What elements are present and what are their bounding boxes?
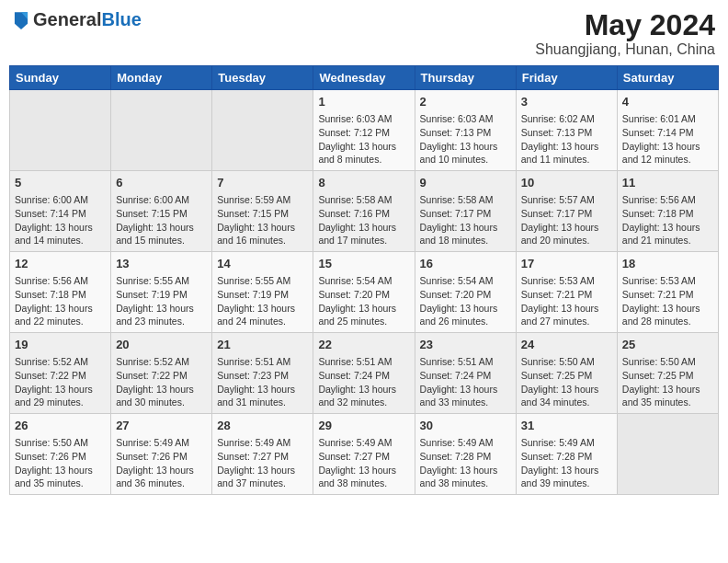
calendar-cell: 1Sunrise: 6:03 AMSunset: 7:12 PMDaylight… bbox=[313, 90, 415, 171]
sunrise-info: Sunrise: 5:54 AM bbox=[420, 274, 511, 288]
day-number: 4 bbox=[622, 94, 713, 110]
daylight-info: Daylight: 13 hours and 28 minutes. bbox=[622, 302, 713, 328]
sunrise-info: Sunrise: 6:02 AM bbox=[521, 112, 612, 126]
sunset-info: Sunset: 7:14 PM bbox=[15, 207, 106, 221]
sunset-info: Sunset: 7:17 PM bbox=[521, 207, 612, 221]
sunrise-info: Sunrise: 6:00 AM bbox=[15, 193, 106, 207]
calendar-cell bbox=[10, 90, 111, 171]
sunrise-info: Sunrise: 5:54 AM bbox=[318, 274, 409, 288]
daylight-info: Daylight: 13 hours and 16 minutes. bbox=[217, 221, 308, 247]
sunrise-info: Sunrise: 5:49 AM bbox=[318, 436, 409, 450]
day-number: 12 bbox=[15, 256, 106, 272]
calendar-cell: 18Sunrise: 5:53 AMSunset: 7:21 PMDayligh… bbox=[617, 252, 718, 333]
calendar-cell: 15Sunrise: 5:54 AMSunset: 7:20 PMDayligh… bbox=[313, 252, 415, 333]
day-number: 29 bbox=[318, 418, 409, 434]
calendar-cell bbox=[111, 90, 212, 171]
sunrise-info: Sunrise: 5:57 AM bbox=[521, 193, 612, 207]
title-block: May 2024 Shuangjiang, Hunan, China bbox=[535, 9, 715, 58]
daylight-info: Daylight: 13 hours and 27 minutes. bbox=[521, 302, 612, 328]
day-number: 16 bbox=[420, 256, 511, 272]
logo: GeneralBlue bbox=[13, 9, 142, 29]
sunset-info: Sunset: 7:25 PM bbox=[622, 369, 713, 383]
sunrise-info: Sunrise: 5:50 AM bbox=[622, 355, 713, 369]
daylight-info: Daylight: 13 hours and 20 minutes. bbox=[521, 221, 612, 247]
day-number: 17 bbox=[521, 256, 612, 272]
week-row-2: 5Sunrise: 6:00 AMSunset: 7:14 PMDaylight… bbox=[10, 171, 719, 252]
day-number: 14 bbox=[217, 256, 308, 272]
sunset-info: Sunset: 7:19 PM bbox=[116, 288, 207, 302]
day-number: 20 bbox=[116, 337, 207, 353]
day-number: 5 bbox=[15, 175, 106, 191]
daylight-info: Daylight: 13 hours and 25 minutes. bbox=[318, 302, 409, 328]
calendar-cell: 5Sunrise: 6:00 AMSunset: 7:14 PMDaylight… bbox=[10, 171, 111, 252]
weekday-header-wednesday: Wednesday bbox=[313, 66, 415, 90]
day-number: 1 bbox=[318, 94, 409, 110]
weekday-header-sunday: Sunday bbox=[10, 66, 111, 90]
sunrise-info: Sunrise: 5:53 AM bbox=[521, 274, 612, 288]
calendar-cell: 13Sunrise: 5:55 AMSunset: 7:19 PMDayligh… bbox=[111, 252, 212, 333]
calendar-cell: 12Sunrise: 5:56 AMSunset: 7:18 PMDayligh… bbox=[10, 252, 111, 333]
day-number: 11 bbox=[622, 175, 713, 191]
calendar-cell: 3Sunrise: 6:02 AMSunset: 7:13 PMDaylight… bbox=[516, 90, 617, 171]
sunrise-info: Sunrise: 5:49 AM bbox=[521, 436, 612, 450]
sunset-info: Sunset: 7:19 PM bbox=[217, 288, 308, 302]
daylight-info: Daylight: 13 hours and 14 minutes. bbox=[15, 221, 106, 247]
daylight-info: Daylight: 13 hours and 18 minutes. bbox=[420, 221, 511, 247]
day-number: 22 bbox=[318, 337, 409, 353]
sunrise-info: Sunrise: 5:51 AM bbox=[318, 355, 409, 369]
daylight-info: Daylight: 13 hours and 30 minutes. bbox=[116, 383, 207, 409]
calendar-cell: 25Sunrise: 5:50 AMSunset: 7:25 PMDayligh… bbox=[617, 333, 718, 414]
daylight-info: Daylight: 13 hours and 35 minutes. bbox=[622, 383, 713, 409]
sunset-info: Sunset: 7:22 PM bbox=[15, 369, 106, 383]
sunset-info: Sunset: 7:27 PM bbox=[318, 450, 409, 464]
weekday-header-monday: Monday bbox=[111, 66, 212, 90]
sunrise-info: Sunrise: 6:00 AM bbox=[116, 193, 207, 207]
weekday-header-friday: Friday bbox=[516, 66, 617, 90]
calendar-cell: 6Sunrise: 6:00 AMSunset: 7:15 PMDaylight… bbox=[111, 171, 212, 252]
sunset-info: Sunset: 7:18 PM bbox=[622, 207, 713, 221]
day-number: 31 bbox=[521, 418, 612, 434]
week-row-4: 19Sunrise: 5:52 AMSunset: 7:22 PMDayligh… bbox=[10, 333, 719, 414]
day-number: 3 bbox=[521, 94, 612, 110]
day-number: 7 bbox=[217, 175, 308, 191]
sunrise-info: Sunrise: 5:49 AM bbox=[217, 436, 308, 450]
calendar-cell: 16Sunrise: 5:54 AMSunset: 7:20 PMDayligh… bbox=[415, 252, 516, 333]
page-header: GeneralBlue May 2024 Shuangjiang, Hunan,… bbox=[9, 9, 719, 58]
calendar-cell: 22Sunrise: 5:51 AMSunset: 7:24 PMDayligh… bbox=[313, 333, 415, 414]
daylight-info: Daylight: 13 hours and 21 minutes. bbox=[622, 221, 713, 247]
sunset-info: Sunset: 7:23 PM bbox=[217, 369, 308, 383]
sunrise-info: Sunrise: 5:51 AM bbox=[217, 355, 308, 369]
weekday-header-tuesday: Tuesday bbox=[212, 66, 313, 90]
sunrise-info: Sunrise: 5:56 AM bbox=[15, 274, 106, 288]
calendar-cell: 14Sunrise: 5:55 AMSunset: 7:19 PMDayligh… bbox=[212, 252, 313, 333]
daylight-info: Daylight: 13 hours and 39 minutes. bbox=[521, 464, 612, 490]
sunrise-info: Sunrise: 5:59 AM bbox=[217, 193, 308, 207]
sunrise-info: Sunrise: 6:01 AM bbox=[622, 112, 713, 126]
day-number: 21 bbox=[217, 337, 308, 353]
weekday-header-thursday: Thursday bbox=[415, 66, 516, 90]
calendar-table: SundayMondayTuesdayWednesdayThursdayFrid… bbox=[9, 65, 719, 495]
sunrise-info: Sunrise: 5:55 AM bbox=[116, 274, 207, 288]
sunrise-info: Sunrise: 5:58 AM bbox=[420, 193, 511, 207]
sunrise-info: Sunrise: 5:56 AM bbox=[622, 193, 713, 207]
day-number: 10 bbox=[521, 175, 612, 191]
sunrise-info: Sunrise: 5:49 AM bbox=[420, 436, 511, 450]
calendar-cell bbox=[617, 413, 718, 494]
calendar-cell: 24Sunrise: 5:50 AMSunset: 7:25 PMDayligh… bbox=[516, 333, 617, 414]
daylight-info: Daylight: 13 hours and 15 minutes. bbox=[116, 221, 207, 247]
logo-icon bbox=[13, 9, 29, 29]
sunrise-info: Sunrise: 5:58 AM bbox=[318, 193, 409, 207]
calendar-cell: 11Sunrise: 5:56 AMSunset: 7:18 PMDayligh… bbox=[617, 171, 718, 252]
weekday-header-row: SundayMondayTuesdayWednesdayThursdayFrid… bbox=[10, 66, 719, 90]
sunrise-info: Sunrise: 5:49 AM bbox=[116, 436, 207, 450]
calendar-title: May 2024 bbox=[535, 9, 715, 41]
daylight-info: Daylight: 13 hours and 29 minutes. bbox=[15, 383, 106, 409]
day-number: 6 bbox=[116, 175, 207, 191]
day-number: 2 bbox=[420, 94, 511, 110]
day-number: 18 bbox=[622, 256, 713, 272]
day-number: 30 bbox=[420, 418, 511, 434]
daylight-info: Daylight: 13 hours and 10 minutes. bbox=[420, 140, 511, 167]
sunset-info: Sunset: 7:18 PM bbox=[15, 288, 106, 302]
daylight-info: Daylight: 13 hours and 36 minutes. bbox=[116, 464, 207, 490]
calendar-cell: 10Sunrise: 5:57 AMSunset: 7:17 PMDayligh… bbox=[516, 171, 617, 252]
